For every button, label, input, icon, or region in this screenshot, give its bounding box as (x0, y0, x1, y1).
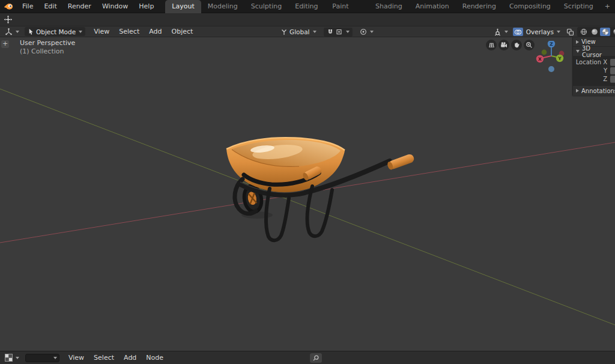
menu-render[interactable]: Render (62, 0, 97, 13)
panel-view-label: View (581, 38, 596, 45)
bottom-menu-select[interactable]: Select (89, 354, 119, 362)
svg-text:Y: Y (557, 56, 562, 61)
editor-type-selector[interactable] (2, 27, 22, 36)
gizmo-axis-neg-y[interactable] (542, 50, 547, 55)
pan-view-button[interactable] (511, 40, 522, 50)
move-tool-icon[interactable] (0, 15, 16, 24)
checker-texture-icon (5, 354, 13, 362)
active-collection-label: (1) Collection (20, 47, 75, 56)
chevron-down-icon (16, 31, 19, 33)
toolbar-expand-button[interactable]: + (1, 40, 9, 48)
node-tree-selector[interactable] (25, 354, 59, 362)
blender-window: File Edit Render Window Help Layout Mode… (0, 0, 615, 364)
snap-node-button[interactable] (310, 353, 322, 363)
collapsed-arrow-icon (576, 40, 579, 44)
scene-wheelbarrow (0, 37, 615, 351)
tab-texture-paint[interactable]: Texture Paint (326, 0, 369, 13)
menu-window[interactable]: Window (97, 0, 133, 13)
orientation-gizmo[interactable]: X Y Z (533, 41, 569, 77)
magnet-icon (327, 28, 334, 35)
shading-material-preview-button[interactable] (600, 28, 610, 36)
tab-modeling[interactable]: Modeling (201, 0, 244, 13)
camera-icon (500, 41, 507, 49)
cursor-location-x-row: Location X (573, 58, 615, 66)
object-mode-icon (28, 28, 34, 35)
tab-uv-editing[interactable]: UV Editing (288, 0, 326, 13)
cursor-location-y-row: Y (573, 67, 615, 74)
panel-3d-cursor[interactable]: 3D Cursor (573, 47, 615, 56)
svg-text:X: X (538, 56, 542, 62)
snapping-control[interactable] (324, 28, 353, 37)
chevron-down-icon (346, 31, 350, 33)
bottom-menu-view[interactable]: View (64, 354, 89, 362)
grid-icon (488, 42, 495, 49)
viewport-3d[interactable]: + User Perspective (1) Collection (0, 37, 615, 351)
add-workspace-button[interactable]: + (600, 0, 615, 13)
panel-annotations[interactable]: Annotations (573, 86, 615, 96)
cursor-location-z-field[interactable] (610, 76, 615, 83)
viewport-nav-buttons (486, 40, 535, 50)
tab-layout[interactable]: Layout (165, 0, 201, 13)
orientation-label: Global (289, 28, 310, 35)
viewport-display-group: Overlays (491, 26, 615, 37)
collapsed-arrow-icon (576, 89, 579, 93)
panel-3d-cursor-label: 3D Cursor (582, 45, 612, 58)
cursor-location-z-label: Z (573, 76, 610, 82)
cursor-location-x-field[interactable] (610, 59, 615, 66)
chevron-down-icon (370, 31, 374, 33)
xray-icon (566, 28, 574, 36)
menu-edit[interactable]: Edit (38, 0, 62, 13)
shading-solid-button[interactable] (589, 28, 599, 36)
svg-text:Z: Z (550, 41, 553, 47)
tab-sculpting[interactable]: Sculpting (244, 0, 288, 13)
cursor-location-y-label: Y (573, 67, 610, 74)
hand-icon (513, 41, 520, 49)
viewport-sidebar: View 3D Cursor Location X Y Z (572, 37, 615, 96)
magnifier-icon (312, 354, 320, 362)
tab-scripting[interactable]: Scripting (557, 0, 600, 13)
bottom-editor-type-selector[interactable] (2, 353, 22, 362)
topbar: File Edit Render Window Help Layout Mode… (0, 0, 615, 13)
tab-shading[interactable]: Shading (369, 0, 409, 13)
shading-rendered-button[interactable] (611, 28, 615, 36)
blender-logo-icon[interactable] (0, 2, 17, 10)
overlays-toggle[interactable] (513, 28, 523, 36)
handle-grip-right[interactable] (387, 153, 416, 171)
bottom-menu-add[interactable]: Add (119, 354, 141, 362)
snap-target-icon (336, 28, 343, 35)
cursor-location-y-field[interactable] (610, 67, 615, 74)
gizmo-axis-neg-z[interactable] (548, 66, 554, 72)
viewport-menu-select[interactable]: Select (114, 28, 144, 35)
tool-settings-bar (0, 13, 615, 26)
tab-rendering[interactable]: Rendering (456, 0, 503, 13)
xray-toggle[interactable] (565, 28, 575, 36)
tab-animation[interactable]: Animation (409, 0, 456, 13)
mode-selector[interactable]: Object Mode (25, 27, 85, 36)
toggle-orthographic-button[interactable] (486, 40, 497, 50)
viewport-menu-view[interactable]: View (89, 28, 114, 35)
camera-view-button[interactable] (498, 40, 509, 50)
panel-annotations-label: Annotations (581, 88, 615, 94)
menu-help[interactable]: Help (133, 0, 159, 13)
proportional-editing-control[interactable] (357, 28, 377, 37)
mode-selector-label: Object Mode (36, 28, 76, 35)
transform-orientation-dropdown[interactable]: Global (277, 28, 320, 37)
viewport-menu-object[interactable]: Object (167, 28, 198, 35)
viewport-menu-add[interactable]: Add (144, 28, 166, 35)
cursor-location-z-row: Z (573, 75, 615, 83)
gizmo-axis-x[interactable]: X (536, 55, 544, 62)
shading-wireframe-button[interactable] (578, 28, 589, 36)
overlays-label[interactable]: Overlays (525, 28, 554, 35)
gizmos-icon (494, 28, 501, 36)
orientation-axis-icon (280, 28, 288, 35)
gizmo-axis-y[interactable]: Y (556, 55, 563, 62)
tab-compositing[interactable]: Compositing (503, 0, 557, 13)
show-gizmos-control[interactable] (491, 28, 511, 37)
cursor-location-x-label: Location X (573, 59, 610, 65)
bottom-menu-node[interactable]: Node (141, 354, 168, 362)
menu-file[interactable]: File (17, 0, 38, 13)
magnifier-plus-icon (526, 41, 533, 49)
chevron-down-icon (557, 31, 560, 33)
gizmo-axis-z[interactable]: Z (548, 41, 555, 47)
chevron-down-icon (79, 31, 82, 33)
